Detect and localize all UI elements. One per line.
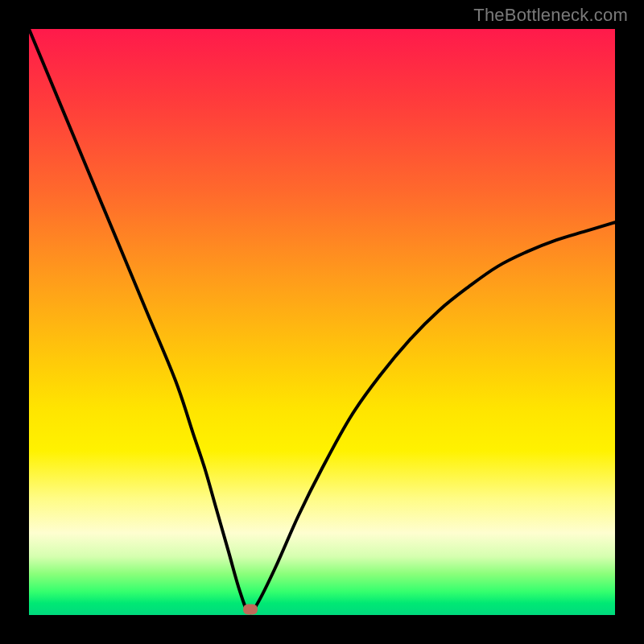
plot-area — [29, 29, 615, 615]
bottleneck-curve — [29, 29, 615, 613]
chart-frame: TheBottleneck.com — [0, 0, 644, 644]
bottleneck-marker — [243, 605, 258, 615]
watermark-text: TheBottleneck.com — [473, 5, 628, 26]
curve-layer — [29, 29, 615, 615]
